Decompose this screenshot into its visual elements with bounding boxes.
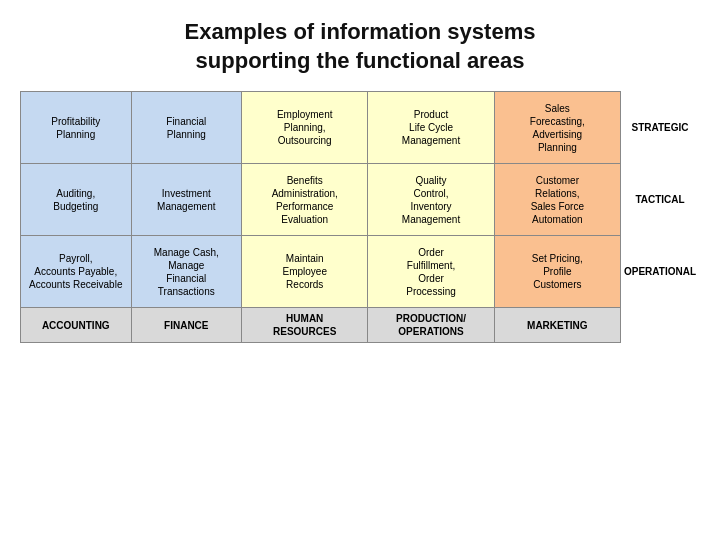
footer-finance: FINANCE: [131, 308, 242, 343]
info-systems-table: ProfitabilityPlanning FinancialPlanning …: [20, 91, 700, 343]
footer-marketing: MARKETING: [494, 308, 620, 343]
table-row-operational: Payroll,Accounts Payable,Accounts Receiv…: [21, 236, 700, 308]
table-row-strategic: ProfitabilityPlanning FinancialPlanning …: [21, 92, 700, 164]
table-row-tactical: Auditing,Budgeting InvestmentManagement …: [21, 164, 700, 236]
cell-strategic-finance: FinancialPlanning: [131, 92, 242, 164]
footer-hr: HUMANRESOURCES: [242, 308, 368, 343]
page-title: Examples of information systems supporti…: [185, 18, 536, 75]
cell-operational-production: OrderFulfillment,OrderProcessing: [368, 236, 494, 308]
footer-production: PRODUCTION/OPERATIONS: [368, 308, 494, 343]
cell-operational-hr: MaintainEmployeeRecords: [242, 236, 368, 308]
label-strategic: STRATEGIC: [621, 92, 700, 164]
cell-operational-marketing: Set Pricing,ProfileCustomers: [494, 236, 620, 308]
cell-tactical-production: QualityControl,InventoryManagement: [368, 164, 494, 236]
cell-operational-finance: Manage Cash,ManageFinancialTransactions: [131, 236, 242, 308]
label-tactical: TACTICAL: [621, 164, 700, 236]
cell-strategic-production: ProductLife CycleManagement: [368, 92, 494, 164]
cell-tactical-marketing: CustomerRelations,Sales ForceAutomation: [494, 164, 620, 236]
footer-accounting: ACCOUNTING: [21, 308, 132, 343]
cell-tactical-hr: BenefitsAdministration,PerformanceEvalua…: [242, 164, 368, 236]
cell-tactical-accounting: Auditing,Budgeting: [21, 164, 132, 236]
cell-strategic-accounting: ProfitabilityPlanning: [21, 92, 132, 164]
cell-operational-accounting: Payroll,Accounts Payable,Accounts Receiv…: [21, 236, 132, 308]
label-operational: OPERATIONAL: [621, 236, 700, 308]
grid-wrapper: ProfitabilityPlanning FinancialPlanning …: [20, 91, 700, 343]
cell-strategic-hr: EmploymentPlanning,Outsourcing: [242, 92, 368, 164]
cell-strategic-marketing: SalesForecasting,AdvertisingPlanning: [494, 92, 620, 164]
table-row-footer: ACCOUNTING FINANCE HUMANRESOURCES PRODUC…: [21, 308, 700, 343]
cell-tactical-finance: InvestmentManagement: [131, 164, 242, 236]
